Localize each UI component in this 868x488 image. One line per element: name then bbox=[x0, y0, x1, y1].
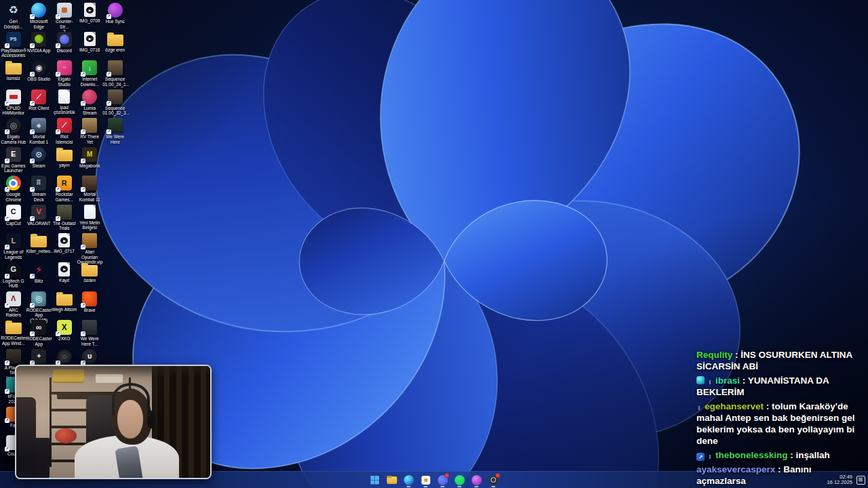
desktop-icon-yeni-metin-belgesi[interactable]: Yeni Metin Belgesi bbox=[77, 205, 103, 230]
hue-sync-icon: ↗ bbox=[108, 3, 123, 18]
desktop-icon-wegh-album[interactable]: Wegh Albüm bbox=[52, 291, 77, 312]
sequence-01-00-32-icon: ↗ bbox=[108, 89, 123, 104]
desktop-icon-epic-games-launcher[interactable]: E↗Epic Games Launcher bbox=[1, 147, 26, 174]
desktop-icon-elgato-camera-hub[interactable]: ◎↗Elgato Camera Hub bbox=[1, 118, 26, 144]
desktop-icon-label: Discord bbox=[57, 48, 72, 54]
desktop-icon-recycle-bin[interactable]: ♻Geri Dönüşü... bbox=[1, 3, 26, 29]
desktop-icon-rv-there-yet[interactable]: ↗RV There Yet bbox=[77, 118, 103, 144]
desktop-icon-isimsiz[interactable]: İsimsiz bbox=[1, 60, 26, 81]
desktop-icon-2xko[interactable]: X↗2XKO bbox=[52, 320, 77, 342]
shortcut-arrow-icon: ↗ bbox=[56, 14, 60, 19]
desktop-icon-label: Riot Client bbox=[28, 106, 49, 111]
taskbar-icon-edge[interactable] bbox=[403, 472, 415, 487]
desktop-icon-nvidia-app[interactable]: ↗NVIDIA App bbox=[26, 32, 52, 54]
desktop-icon-label: Logitech G HUB bbox=[3, 279, 24, 289]
desktop-icon-obs-studio[interactable]: ◉↗OBS Studio bbox=[26, 60, 52, 82]
we-were-here-t-icon: ↗ bbox=[82, 320, 97, 335]
notification-badge bbox=[445, 473, 450, 478]
desktop-icon-label: Sequence 01.00_24_1... bbox=[102, 77, 127, 87]
desktop-icon-ipad-cozunurluk[interactable]: ipad çözünürlük bbox=[52, 89, 77, 115]
desktop-icon-the-outlast-trials[interactable]: ↗The Outlast Trials bbox=[52, 205, 77, 231]
desktop-icon-img-0716[interactable]: ▶IMG_0716 bbox=[77, 32, 103, 53]
desktop-icon-elgato-studio[interactable]: ◦◦↗Elgato Studio bbox=[52, 60, 77, 87]
taskbar-icon-spotify[interactable] bbox=[454, 472, 466, 487]
desktop-icon-discord[interactable]: ↗Discord bbox=[52, 32, 77, 54]
2xko-icon: X↗ bbox=[57, 320, 72, 335]
desktop-icon-playstation-accessories[interactable]: PS↗PlayStation® Accessories bbox=[1, 32, 26, 58]
desktop-icon-cpuid-hwmonitor[interactable]: ↗CPUID HWMonitor bbox=[1, 89, 26, 116]
desktop-icon-label: Internet Downlo... bbox=[81, 77, 99, 87]
desktop-icon-img-0717[interactable]: ▶IMG_0717 bbox=[52, 233, 77, 254]
desktop-icon-killer-network[interactable]: Killer_netwo... bbox=[26, 233, 52, 254]
capcut-icon: C↗ bbox=[6, 205, 21, 220]
desktop-icon-mortal-kombat-11[interactable]: ↗Mortal Kombat 11 bbox=[77, 176, 103, 202]
desktop-icon-rodecaster-app[interactable]: ∞↗RODECaster App bbox=[26, 320, 52, 346]
desktop-icon-megabonk[interactable]: M↗Megabonk bbox=[77, 147, 103, 169]
desktop-icon-kayit[interactable]: ▶Kayıt bbox=[52, 262, 77, 283]
desktop-icon-stream-deck[interactable]: ⠿↗Stream Deck bbox=[26, 176, 52, 202]
desktop-icon-league-of-legends[interactable]: L↗League of Legends bbox=[1, 233, 26, 260]
desktop-icon-logitech-g-hub[interactable]: G↗Logitech G HUB bbox=[1, 262, 26, 289]
microsoft-edge-icon: ↗ bbox=[31, 3, 46, 18]
desktop-icon-label: İsimsiz bbox=[7, 76, 20, 81]
rodecaster-app-icon: ∞↗ bbox=[31, 320, 46, 335]
desktop-icon-rockstar-games[interactable]: R↗Rockstar Games... bbox=[52, 176, 77, 202]
taskbar-icon-hue[interactable] bbox=[471, 472, 483, 487]
chat-separator: : bbox=[775, 464, 783, 474]
video-play-icon: ▶ bbox=[86, 35, 94, 42]
desktop-icon-capcut[interactable]: C↗CapCut bbox=[1, 205, 26, 226]
counter-strike-2-icon: ↗ bbox=[57, 3, 72, 18]
icon-glyph: ↓ bbox=[88, 64, 92, 72]
desktop-icon-steam[interactable]: ⊙↗Steam bbox=[26, 147, 52, 169]
desktop-icon-ozge-eren[interactable]: özge eren bbox=[102, 32, 128, 53]
shortcut-arrow-icon: ↗ bbox=[106, 129, 111, 134]
shortcut-arrow-icon: ↗ bbox=[81, 72, 85, 77]
desktop-icon-blitz[interactable]: ⚡↗Blitz bbox=[26, 262, 52, 284]
desktop-icon-valorant[interactable]: V↗VALORANT bbox=[26, 205, 52, 226]
desktop-icon-img-0709[interactable]: ▶IMG_0709 bbox=[77, 3, 103, 24]
desktop-icon-sequence-01-00-32[interactable]: ↗Sequence 01.00_32_3... bbox=[102, 89, 128, 116]
desktop-icon-arc-raiders[interactable]: Λ↗ARC Raiders bbox=[1, 291, 26, 318]
taskbar-icon-file-explorer[interactable] bbox=[386, 472, 398, 487]
desktop-icon-we-were-here[interactable]: ↗We Were Here bbox=[102, 118, 128, 144]
desktop-icon-riot-istemcisi[interactable]: ⟋↗Riot İstemcisi bbox=[52, 118, 77, 144]
desktop-icon-label: Riot İstemcisi bbox=[52, 134, 77, 144]
desktop-icon-label: Hue Sync bbox=[106, 19, 125, 24]
desktop-icon-label: Killer_netwo... bbox=[26, 249, 52, 254]
yayin-icon bbox=[56, 150, 73, 161]
icon-glyph: ⟋ bbox=[37, 94, 41, 100]
desktop-icon-atari-oyunlari[interactable]: ↗Atari Oyunları Oyunindir.vip bbox=[77, 233, 103, 265]
desktop-icon-google-chrome[interactable]: ↗Google Chrome bbox=[1, 176, 26, 202]
desktop-icon-hue-sync[interactable]: ↗Hue Sync bbox=[102, 3, 128, 24]
desktop-icon-rodecaster-app-2-0-105[interactable]: ◎↗RODECaster App (2.0.105) bbox=[26, 291, 52, 323]
taskbar-icon-white-app[interactable] bbox=[420, 472, 432, 487]
notification-badge bbox=[496, 473, 500, 478]
arc-raiders-icon: Λ↗ bbox=[6, 291, 21, 306]
desktop-icon-lumia-stream[interactable]: ↗Lumia Stream bbox=[77, 89, 103, 116]
shortcut-arrow-icon: ↗ bbox=[30, 216, 35, 221]
desktop-icon-rodecaster-app-wind[interactable]: RODECaster App Wind... bbox=[1, 320, 26, 346]
grey-mark-badge-icon: ι bbox=[696, 403, 702, 411]
shortcut-arrow-icon: ↗ bbox=[5, 129, 9, 134]
desktop-icon-label: yayın bbox=[59, 163, 70, 168]
desktop-icon-we-were-here-t[interactable]: ↗We Were Here T... bbox=[77, 320, 103, 346]
icon-glyph: C bbox=[11, 208, 16, 216]
desktop-icon-internet-download-manager[interactable]: ↓↗Internet Downlo... bbox=[77, 60, 103, 87]
icon-glyph: X bbox=[62, 323, 67, 331]
desktop-icon-brave[interactable]: ↗Brave bbox=[77, 291, 103, 313]
taskbar-icon-discord[interactable] bbox=[437, 472, 449, 487]
the-outlast-trials-icon: ↗ bbox=[57, 205, 72, 220]
desktop-icon-ozden[interactable]: özden bbox=[77, 262, 103, 283]
megabonk-icon: M↗ bbox=[82, 147, 97, 162]
desktop-icon-mortal-kombat-1[interactable]: ◈↗Mortal Kombat 1 bbox=[26, 118, 52, 144]
epic-games-launcher-icon: E↗ bbox=[6, 147, 21, 162]
shortcut-arrow-icon: ↗ bbox=[30, 129, 35, 134]
desktop-icon-sequence-01-00-24[interactable]: ↗Sequence 01.00_24_1... bbox=[102, 60, 128, 87]
desktop-icon-yayin[interactable]: yayın bbox=[52, 147, 77, 168]
taskbar-icon-start[interactable] bbox=[369, 472, 381, 487]
desktop-icon-riot-client[interactable]: ⟋↗Riot Client bbox=[26, 89, 52, 111]
desktop-icon-counter-strike-2[interactable]: ↗Counter-Str... 2 bbox=[52, 3, 77, 35]
chat-separator: : bbox=[764, 401, 772, 411]
desktop-icon-microsoft-edge[interactable]: ↗Microsoft Edge bbox=[26, 3, 52, 29]
taskbar-icon-obs[interactable] bbox=[488, 472, 500, 487]
